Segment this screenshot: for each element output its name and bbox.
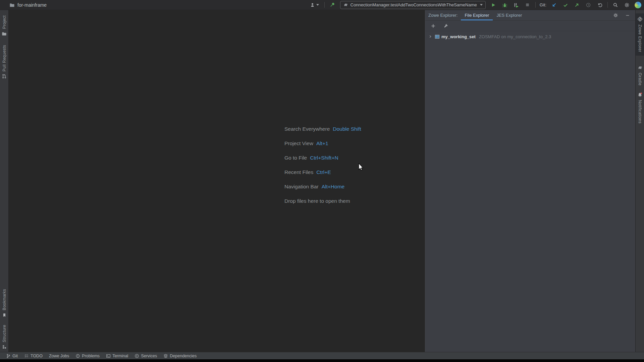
hammer-icon bbox=[329, 2, 335, 8]
statusbar-label: Git bbox=[12, 354, 18, 358]
settings-button[interactable] bbox=[623, 1, 631, 9]
sidebar-item-bookmarks[interactable]: Bookmarks bbox=[2, 288, 7, 319]
terminal-icon bbox=[106, 354, 111, 358]
left-tool-stripe: Project Pull Requests Bookmarks Structur… bbox=[0, 10, 9, 352]
drop-files-hint: Drop files here to open them bbox=[284, 198, 350, 204]
hint-label: Go to File bbox=[284, 155, 307, 161]
stop-button[interactable] bbox=[524, 1, 531, 9]
hint-shortcut-link[interactable]: Double Shift bbox=[333, 126, 361, 132]
sidebar-item-notifications[interactable]: Notifications bbox=[637, 91, 643, 125]
add-working-set-button[interactable] bbox=[429, 22, 437, 29]
hint-shortcut-link[interactable]: Alt+Home bbox=[322, 184, 345, 190]
git-label: Git: bbox=[540, 2, 546, 7]
debug-bug-icon bbox=[502, 2, 507, 8]
run-button[interactable] bbox=[490, 1, 497, 9]
build-project-button[interactable] bbox=[329, 1, 336, 9]
gear-icon bbox=[624, 2, 630, 8]
coverage-icon bbox=[514, 2, 519, 8]
statusbar-item-git[interactable]: Git bbox=[6, 354, 18, 358]
todo-list-icon bbox=[24, 354, 29, 358]
panel-settings-button[interactable] bbox=[612, 12, 619, 19]
statusbar-label: Zowe Jobs bbox=[49, 354, 69, 358]
tab-jes-explorer[interactable]: JES Explorer bbox=[493, 10, 526, 20]
sidebar-item-gradle[interactable]: Gradle bbox=[637, 64, 643, 87]
gradle-icon bbox=[343, 2, 348, 7]
tab-file-explorer[interactable]: File Explorer bbox=[461, 10, 493, 20]
mouse-cursor bbox=[358, 163, 364, 171]
titlebar: for-mainframe ConnectionManager.testAddT… bbox=[0, 0, 644, 10]
project-label: Project bbox=[2, 15, 7, 29]
structure-label: Structure bbox=[2, 325, 7, 342]
hint-row: Navigation Bar Alt+Home bbox=[284, 179, 361, 194]
clock-icon bbox=[586, 2, 591, 8]
hint-label: Navigation Bar bbox=[284, 184, 319, 190]
update-arrow-icon bbox=[551, 2, 557, 8]
sidebar-item-structure[interactable]: Structure bbox=[2, 323, 7, 351]
git-push-button[interactable] bbox=[573, 1, 581, 9]
hint-label: Search Everywhere bbox=[284, 126, 330, 132]
editor-empty-hints: Search Everywhere Double Shift Project V… bbox=[284, 122, 361, 208]
hint-row: Go to File Ctrl+Shift+N bbox=[284, 150, 361, 165]
run-with-coverage-button[interactable] bbox=[513, 1, 520, 9]
panel-minimize-button[interactable] bbox=[624, 12, 631, 19]
statusbar-item-dependencies[interactable]: Dependencies bbox=[163, 354, 197, 358]
statusbar-label: Terminal bbox=[112, 354, 128, 358]
panel-tools-button[interactable] bbox=[442, 22, 449, 29]
statusbar-item-terminal[interactable]: Terminal bbox=[106, 354, 128, 358]
tree-expand-button[interactable] bbox=[428, 34, 433, 39]
folder-icon bbox=[2, 31, 7, 36]
history-button[interactable] bbox=[585, 1, 592, 9]
working-set-name: my_working_set bbox=[441, 34, 476, 39]
pull-request-icon bbox=[2, 74, 7, 79]
wrench-icon bbox=[443, 23, 448, 28]
statusbar-item-zowe-jobs[interactable]: Zowe Jobs bbox=[49, 354, 69, 358]
statusbar-item-services[interactable]: Services bbox=[135, 354, 157, 358]
git-commit-button[interactable] bbox=[562, 1, 569, 9]
sidebar-item-project[interactable]: Project bbox=[2, 14, 7, 38]
pull-requests-label: Pull Requests bbox=[2, 45, 7, 71]
panel-header: Zowe Explorer: File Explorer JES Explore… bbox=[425, 10, 635, 21]
user-avatar[interactable] bbox=[635, 2, 641, 8]
statusbar-label: Problems bbox=[82, 354, 100, 358]
chevron-down-icon bbox=[480, 4, 483, 6]
search-everywhere-button[interactable] bbox=[612, 1, 619, 9]
rollback-button[interactable] bbox=[596, 1, 603, 9]
git-update-project-button[interactable] bbox=[550, 1, 558, 9]
services-icon bbox=[135, 354, 139, 358]
panel-title: Zowe Explorer: bbox=[425, 10, 461, 20]
hint-shortcut-link[interactable]: Ctrl+E bbox=[316, 169, 331, 175]
run-configuration-select[interactable]: ConnectionManager.testAddTwoConnectionsW… bbox=[340, 1, 486, 9]
project-name: for-mainframe bbox=[17, 2, 47, 8]
problems-icon bbox=[75, 354, 80, 358]
hint-label: Project View bbox=[284, 140, 313, 146]
toolbar-separator bbox=[535, 2, 536, 8]
statusbar-item-problems[interactable]: Problems bbox=[75, 354, 100, 358]
panel-toolbar bbox=[425, 21, 635, 31]
hint-shortcut-link[interactable]: Ctrl+Shift+N bbox=[310, 155, 338, 161]
stop-icon bbox=[525, 2, 530, 7]
run-configuration-value: ConnectionManager.testAddTwoConnectionsW… bbox=[351, 2, 477, 7]
editor-area bbox=[9, 10, 425, 352]
hint-shortcut-link[interactable]: Alt+1 bbox=[316, 140, 328, 146]
working-set-icon bbox=[435, 34, 440, 39]
tree-row-working-set[interactable]: my_working_set ZOSMFAD on my_connection_… bbox=[425, 33, 635, 41]
push-arrow-icon bbox=[574, 2, 580, 8]
minimize-icon bbox=[625, 13, 630, 18]
working-set-detail: ZOSMFAD on my_connection_to_2.3 bbox=[479, 34, 551, 39]
hint-label: Recent Files bbox=[284, 169, 313, 175]
zowe-explorer-panel: Zowe Explorer: File Explorer JES Explore… bbox=[425, 10, 635, 352]
zowe-icon: Z bbox=[637, 16, 643, 22]
statusbar-item-todo[interactable]: TODO bbox=[24, 354, 43, 358]
users-icon bbox=[310, 2, 316, 8]
debug-button[interactable] bbox=[501, 1, 508, 9]
code-with-me-users-button[interactable] bbox=[309, 1, 320, 9]
commit-check-icon bbox=[563, 2, 568, 8]
statusbar-label: TODO bbox=[31, 354, 43, 358]
bookmark-icon bbox=[2, 313, 7, 317]
ide-window: for-mainframe ConnectionManager.testAddT… bbox=[0, 0, 644, 362]
structure-icon bbox=[2, 345, 7, 349]
status-bar: Git TODO Zowe Jobs Problems Terminal Ser… bbox=[0, 352, 644, 359]
rollback-undo-icon bbox=[597, 2, 602, 8]
sidebar-item-zowe-explorer[interactable]: Z Zowe Explorer bbox=[636, 13, 644, 56]
sidebar-item-pull-requests[interactable]: Pull Requests bbox=[2, 44, 7, 80]
